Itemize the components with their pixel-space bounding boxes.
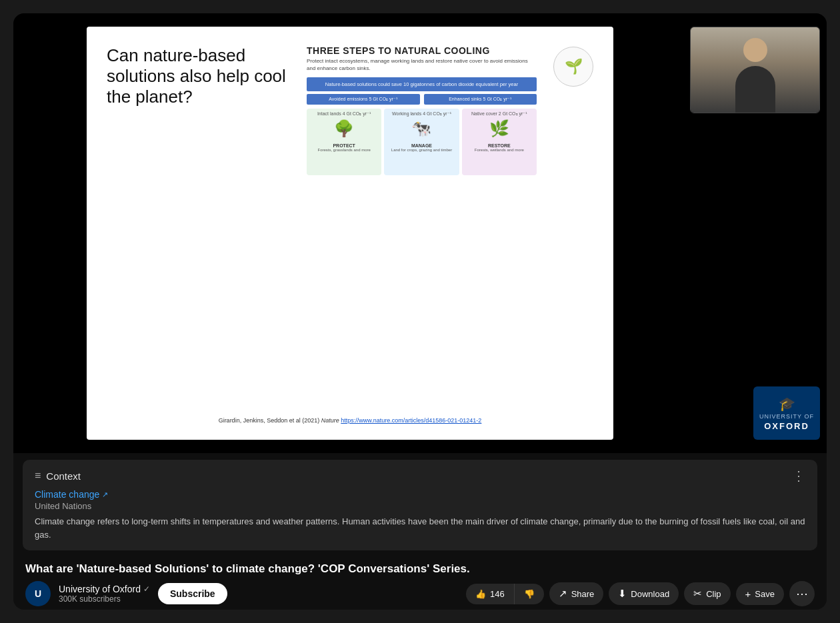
webcam-box xyxy=(690,27,820,113)
save-button[interactable]: + Save xyxy=(736,583,784,605)
save-label: Save xyxy=(755,589,775,599)
context-link[interactable]: Climate change ↗ xyxy=(35,489,805,500)
slide-citation: Girardin, Jenkins, Seddon et al (2021) N… xyxy=(219,417,482,424)
dislike-button[interactable]: 👎 xyxy=(515,584,544,604)
slide-col-native: Native cover 2 Gt CO₂ yr⁻¹ 🌿 RESTORE For… xyxy=(462,109,537,175)
video-title: What are 'Nature-based Solutions' to cli… xyxy=(25,562,815,576)
like-button[interactable]: 👍 146 xyxy=(466,584,515,604)
context-header: ≡ Context ⋮ xyxy=(35,469,805,482)
slide-steps-desc: Protect intact ecosystems, manage workin… xyxy=(307,57,537,72)
download-icon: ⬇ xyxy=(618,588,627,600)
share-icon: ↗ xyxy=(559,588,567,600)
channel-subs: 300K subscribers xyxy=(59,594,150,604)
slide-bar-right: Enhanced sinks 5 Gt CO₂ yr⁻¹ xyxy=(424,94,537,105)
context-list-icon: ≡ xyxy=(35,470,41,482)
context-link-text: Climate change xyxy=(35,489,99,500)
youtube-player: Can nature-based solutions also help coo… xyxy=(13,13,827,610)
download-button[interactable]: ⬇ Download xyxy=(609,582,679,605)
slide-logo: 🌱 xyxy=(553,47,593,87)
slide-title: Can nature-based solutions also help coo… xyxy=(107,45,293,108)
oxford-logo-box: 🎓 UNIVERSITY OF OXFORD xyxy=(753,386,820,440)
clip-label: Clip xyxy=(706,589,721,599)
clip-button[interactable]: ✂ Clip xyxy=(684,582,730,605)
subscribe-button[interactable]: Subscribe xyxy=(158,583,227,604)
bottom-bar: What are 'Nature-based Solutions' to cli… xyxy=(13,557,827,610)
clip-icon: ✂ xyxy=(693,588,702,600)
like-icon: 👍 xyxy=(475,589,486,599)
context-panel: ≡ Context ⋮ Climate change ↗ United Nati… xyxy=(23,460,817,550)
context-description: Climate change refers to long-term shift… xyxy=(35,515,805,541)
external-link-icon: ↗ xyxy=(102,490,108,499)
context-title: Context xyxy=(46,470,81,482)
more-options-button[interactable]: ⋯ xyxy=(789,581,815,606)
slide-col-working: Working lands 4 Gt CO₂ yr⁻¹ 🐄 MANAGE Lan… xyxy=(384,109,459,175)
dislike-icon: 👎 xyxy=(524,589,535,599)
channel-avatar: U xyxy=(25,581,51,606)
like-count: 146 xyxy=(490,589,505,599)
slide-col-intact: Intact lands 4 Gt CO₂ yr⁻¹ 🌳 PROTECT For… xyxy=(307,109,381,175)
verified-icon: ✓ xyxy=(143,584,150,594)
context-title-row: ≡ Context xyxy=(35,470,81,482)
like-dislike-group: 👍 146 👎 xyxy=(466,584,544,604)
slide-steps-title: THREE STEPS TO NATURAL COOLING xyxy=(307,45,537,56)
download-label: Download xyxy=(631,589,669,599)
slide-bar-left: Avoided emissions 5 Gt CO₂ yr⁻¹ xyxy=(307,94,420,105)
save-icon: + xyxy=(745,588,751,600)
video-slide: Can nature-based solutions also help coo… xyxy=(87,27,613,440)
channel-name-text: University of Oxford xyxy=(59,584,141,594)
action-buttons: 👍 146 👎 ↗ Share ⬇ Download ✂ xyxy=(466,581,815,606)
share-button[interactable]: ↗ Share xyxy=(549,582,604,605)
context-source: United Nations xyxy=(35,501,805,511)
share-label: Share xyxy=(571,589,595,599)
context-more-button[interactable]: ⋮ xyxy=(792,469,805,482)
channel-info: U University of Oxford ✓ 300K subscriber… xyxy=(25,581,227,606)
slide-bar-main: Nature-based solutions could save 10 gig… xyxy=(307,77,537,91)
video-area: Can nature-based solutions also help coo… xyxy=(13,13,827,453)
action-row: U University of Oxford ✓ 300K subscriber… xyxy=(25,581,815,606)
